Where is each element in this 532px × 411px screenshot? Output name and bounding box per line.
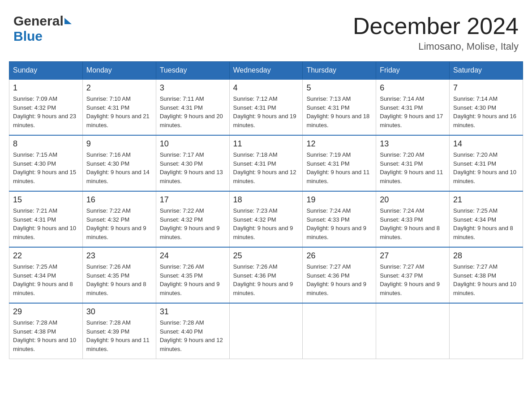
daylight-label: Daylight: bbox=[160, 169, 184, 176]
month-title: December 2024 bbox=[353, 13, 519, 39]
column-header-sunday: Sunday bbox=[9, 62, 83, 80]
daylight-label: Daylight: bbox=[380, 225, 404, 231]
sunrise-label: Sunrise: bbox=[13, 95, 36, 102]
column-header-tuesday: Tuesday bbox=[156, 62, 229, 80]
sunrise-time: 7:20 AM bbox=[476, 151, 498, 158]
sunrise-time: 7:14 AM bbox=[476, 95, 498, 102]
logo-arrow-icon bbox=[64, 18, 72, 24]
daylight-label: Daylight: bbox=[86, 169, 111, 176]
day-info: Sunrise: 7:12 AM Sunset: 4:31 PM Dayligh… bbox=[233, 94, 299, 129]
sunset-label: Sunset: bbox=[380, 160, 401, 167]
calendar-cell: 6 Sunrise: 7:14 AM Sunset: 4:31 PM Dayli… bbox=[376, 79, 450, 135]
day-info: Sunrise: 7:28 AM Sunset: 4:38 PM Dayligh… bbox=[13, 318, 79, 353]
sunset-label: Sunset: bbox=[13, 104, 34, 111]
daylight-label: Daylight: bbox=[13, 113, 37, 120]
calendar-cell: 25 Sunrise: 7:26 AM Sunset: 4:36 PM Dayl… bbox=[229, 247, 303, 303]
sunrise-time: 7:28 AM bbox=[183, 319, 204, 326]
sunset-label: Sunset: bbox=[306, 272, 328, 279]
day-number: 21 bbox=[453, 195, 519, 205]
sunset-time: 4:37 PM bbox=[401, 272, 423, 279]
calendar-cell: 17 Sunrise: 7:22 AM Sunset: 4:32 PM Dayl… bbox=[156, 191, 229, 247]
calendar-cell bbox=[303, 303, 376, 359]
day-number: 25 bbox=[233, 251, 299, 261]
sunrise-label: Sunrise: bbox=[86, 95, 109, 102]
sunrise-time: 7:17 AM bbox=[183, 151, 204, 158]
sunset-time: 4:33 PM bbox=[401, 216, 423, 223]
sunrise-label: Sunrise: bbox=[380, 263, 403, 270]
sunrise-time: 7:24 AM bbox=[403, 207, 425, 214]
sunrise-label: Sunrise: bbox=[86, 319, 109, 326]
daylight-label: Daylight: bbox=[306, 113, 330, 120]
sunset-time: 4:33 PM bbox=[328, 216, 349, 223]
day-info: Sunrise: 7:25 AM Sunset: 4:34 PM Dayligh… bbox=[453, 206, 519, 241]
sunset-label: Sunset: bbox=[453, 104, 475, 111]
calendar-cell: 20 Sunrise: 7:24 AM Sunset: 4:33 PM Dayl… bbox=[376, 191, 450, 247]
sunset-time: 4:35 PM bbox=[108, 272, 129, 279]
day-info: Sunrise: 7:28 AM Sunset: 4:40 PM Dayligh… bbox=[160, 318, 226, 353]
day-info: Sunrise: 7:13 AM Sunset: 4:31 PM Dayligh… bbox=[306, 94, 372, 129]
sunrise-label: Sunrise: bbox=[453, 263, 476, 270]
sunset-time: 4:31 PM bbox=[475, 160, 496, 167]
day-number: 27 bbox=[380, 251, 446, 261]
daylight-label: Daylight: bbox=[160, 337, 184, 343]
sunset-time: 4:32 PM bbox=[108, 216, 129, 223]
day-number: 14 bbox=[453, 139, 519, 149]
calendar-cell: 26 Sunrise: 7:27 AM Sunset: 4:36 PM Dayl… bbox=[303, 247, 376, 303]
calendar-cell: 5 Sunrise: 7:13 AM Sunset: 4:31 PM Dayli… bbox=[303, 79, 376, 135]
day-info: Sunrise: 7:21 AM Sunset: 4:31 PM Dayligh… bbox=[13, 206, 79, 241]
day-number: 4 bbox=[233, 83, 299, 93]
daylight-label: Daylight: bbox=[306, 225, 330, 231]
sunrise-time: 7:21 AM bbox=[36, 207, 57, 214]
sunset-label: Sunset: bbox=[233, 104, 255, 111]
column-header-monday: Monday bbox=[82, 62, 156, 80]
sunset-label: Sunset: bbox=[233, 216, 255, 223]
sunrise-time: 7:25 AM bbox=[476, 207, 498, 214]
daylight-label: Daylight: bbox=[86, 225, 111, 231]
calendar-cell: 2 Sunrise: 7:10 AM Sunset: 4:31 PM Dayli… bbox=[82, 79, 156, 135]
day-number: 9 bbox=[86, 139, 152, 149]
sunset-label: Sunset: bbox=[380, 216, 401, 223]
calendar-cell bbox=[376, 303, 450, 359]
sunset-label: Sunset: bbox=[13, 328, 34, 335]
day-number: 6 bbox=[380, 83, 446, 93]
calendar-cell: 1 Sunrise: 7:09 AM Sunset: 4:32 PM Dayli… bbox=[9, 79, 83, 135]
sunrise-time: 7:25 AM bbox=[36, 263, 57, 270]
sunset-label: Sunset: bbox=[306, 160, 328, 167]
day-number: 31 bbox=[160, 307, 226, 317]
day-number: 1 bbox=[13, 83, 79, 93]
sunset-time: 4:31 PM bbox=[181, 104, 202, 111]
sunset-label: Sunset: bbox=[160, 328, 181, 335]
sunrise-label: Sunrise: bbox=[86, 207, 109, 214]
sunrise-time: 7:12 AM bbox=[256, 95, 278, 102]
day-info: Sunrise: 7:24 AM Sunset: 4:33 PM Dayligh… bbox=[380, 206, 446, 241]
calendar-cell: 28 Sunrise: 7:27 AM Sunset: 4:38 PM Dayl… bbox=[450, 247, 523, 303]
calendar-cell: 14 Sunrise: 7:20 AM Sunset: 4:31 PM Dayl… bbox=[450, 135, 523, 191]
sunrise-label: Sunrise: bbox=[13, 207, 36, 214]
daylight-label: Daylight: bbox=[86, 113, 111, 120]
calendar-cell: 29 Sunrise: 7:28 AM Sunset: 4:38 PM Dayl… bbox=[9, 303, 83, 359]
calendar-cell: 16 Sunrise: 7:22 AM Sunset: 4:32 PM Dayl… bbox=[82, 191, 156, 247]
calendar-cell: 12 Sunrise: 7:19 AM Sunset: 4:31 PM Dayl… bbox=[303, 135, 376, 191]
sunrise-label: Sunrise: bbox=[453, 95, 476, 102]
day-number: 7 bbox=[453, 83, 519, 93]
daylight-label: Daylight: bbox=[233, 113, 257, 120]
sunrise-time: 7:14 AM bbox=[403, 95, 425, 102]
calendar-week-row: 29 Sunrise: 7:28 AM Sunset: 4:38 PM Dayl… bbox=[9, 303, 523, 359]
day-number: 16 bbox=[86, 195, 152, 205]
sunset-time: 4:39 PM bbox=[108, 328, 129, 335]
day-number: 19 bbox=[306, 195, 372, 205]
sunset-time: 4:36 PM bbox=[328, 272, 349, 279]
sunset-label: Sunset: bbox=[453, 272, 475, 279]
sunrise-label: Sunrise: bbox=[13, 319, 36, 326]
sunset-time: 4:34 PM bbox=[34, 272, 56, 279]
day-number: 23 bbox=[86, 251, 152, 261]
day-info: Sunrise: 7:15 AM Sunset: 4:30 PM Dayligh… bbox=[13, 150, 79, 185]
calendar-cell: 27 Sunrise: 7:27 AM Sunset: 4:37 PM Dayl… bbox=[376, 247, 450, 303]
day-number: 22 bbox=[13, 251, 79, 261]
sunset-time: 4:31 PM bbox=[108, 104, 129, 111]
calendar-cell: 10 Sunrise: 7:17 AM Sunset: 4:30 PM Dayl… bbox=[156, 135, 229, 191]
calendar-week-row: 22 Sunrise: 7:25 AM Sunset: 4:34 PM Dayl… bbox=[9, 247, 523, 303]
daylight-label: Daylight: bbox=[233, 281, 257, 287]
sunset-label: Sunset: bbox=[13, 216, 34, 223]
sunset-time: 4:30 PM bbox=[181, 160, 202, 167]
